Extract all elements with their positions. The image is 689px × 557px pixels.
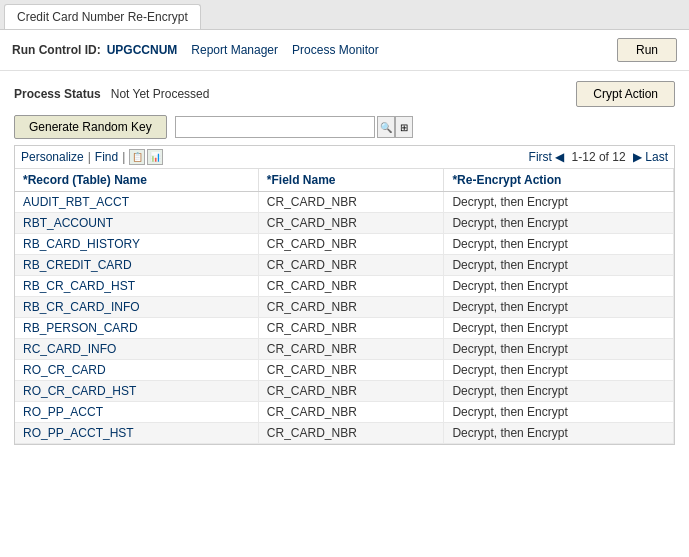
action-cell: Decrypt, then Encrypt [444, 381, 674, 402]
nav-separator: | [88, 150, 91, 164]
prev-icon[interactable]: ◀ [555, 150, 564, 164]
field-name-cell: CR_CARD_NBR [258, 192, 444, 213]
action-cell: Decrypt, then Encrypt [444, 276, 674, 297]
field-name-cell: CR_CARD_NBR [258, 276, 444, 297]
grid-wrapper: Personalize | Find | 📋 📊 First ◀ 1-12 of… [14, 145, 675, 445]
field-name-cell: CR_CARD_NBR [258, 381, 444, 402]
main-content: Process Status Not Yet Processed Crypt A… [0, 71, 689, 455]
record-name-cell: RO_CR_CARD [15, 360, 258, 381]
first-link[interactable]: First [529, 150, 552, 164]
col-header-record: *Record (Table) Name [15, 169, 258, 192]
record-name-cell: AUDIT_RBT_ACCT [15, 192, 258, 213]
expand-icon[interactable]: ⊞ [395, 116, 413, 138]
second-row: Generate Random Key 🔍 ⊞ [14, 115, 675, 139]
action-cell: Decrypt, then Encrypt [444, 423, 674, 444]
field-name-cell: CR_CARD_NBR [258, 255, 444, 276]
grid-nav-bar: Personalize | Find | 📋 📊 First ◀ 1-12 of… [15, 146, 674, 169]
nav-info: First ◀ 1-12 of 12 ▶ Last [529, 150, 668, 164]
grid-icon-1[interactable]: 📋 [129, 149, 145, 165]
record-name-cell: RB_CARD_HISTORY [15, 234, 258, 255]
table-row: RO_PP_ACCT_HSTCR_CARD_NBRDecrypt, then E… [15, 423, 674, 444]
col-header-field: *Field Name [258, 169, 444, 192]
action-cell: Decrypt, then Encrypt [444, 297, 674, 318]
field-name-cell: CR_CARD_NBR [258, 213, 444, 234]
table-row: RB_PERSON_CARDCR_CARD_NBRDecrypt, then E… [15, 318, 674, 339]
key-input[interactable] [175, 116, 375, 138]
table-row: RB_CR_CARD_HSTCR_CARD_NBRDecrypt, then E… [15, 276, 674, 297]
process-status-label: Process Status [14, 87, 101, 101]
last-link[interactable]: Last [645, 150, 668, 164]
process-status-value: Not Yet Processed [111, 87, 210, 101]
run-control-value[interactable]: UPGCCNUM [107, 43, 178, 57]
table-row: RB_CR_CARD_INFOCR_CARD_NBRDecrypt, then … [15, 297, 674, 318]
action-cell: Decrypt, then Encrypt [444, 213, 674, 234]
records-table: *Record (Table) Name *Field Name *Re-Enc… [15, 169, 674, 444]
toolbar: Run Control ID: UPGCCNUM Report Manager … [0, 30, 689, 71]
grid-icon-2[interactable]: 📊 [147, 149, 163, 165]
field-name-cell: CR_CARD_NBR [258, 402, 444, 423]
field-name-cell: CR_CARD_NBR [258, 234, 444, 255]
field-name-cell: CR_CARD_NBR [258, 297, 444, 318]
table-row: RB_CARD_HISTORYCR_CARD_NBRDecrypt, then … [15, 234, 674, 255]
col-header-action: *Re-Encrypt Action [444, 169, 674, 192]
table-row: RBT_ACCOUNTCR_CARD_NBRDecrypt, then Encr… [15, 213, 674, 234]
field-name-cell: CR_CARD_NBR [258, 423, 444, 444]
field-name-cell: CR_CARD_NBR [258, 318, 444, 339]
record-name-cell: RB_CR_CARD_INFO [15, 297, 258, 318]
range-text: 1-12 of 12 [572, 150, 626, 164]
record-name-cell: RO_PP_ACCT_HST [15, 423, 258, 444]
action-cell: Decrypt, then Encrypt [444, 360, 674, 381]
action-cell: Decrypt, then Encrypt [444, 255, 674, 276]
run-control-label: Run Control ID: [12, 43, 101, 57]
crypt-action-button[interactable]: Crypt Action [576, 81, 675, 107]
action-cell: Decrypt, then Encrypt [444, 234, 674, 255]
top-row: Process Status Not Yet Processed Crypt A… [14, 81, 675, 107]
lookup-icon[interactable]: 🔍 [377, 116, 395, 138]
action-cell: Decrypt, then Encrypt [444, 192, 674, 213]
process-monitor-link[interactable]: Process Monitor [292, 43, 379, 57]
record-name-cell: RB_CR_CARD_HST [15, 276, 258, 297]
field-name-cell: CR_CARD_NBR [258, 360, 444, 381]
table-row: RB_CREDIT_CARDCR_CARD_NBRDecrypt, then E… [15, 255, 674, 276]
tab-label: Credit Card Number Re-Encrypt [17, 10, 188, 24]
record-name-cell: RO_PP_ACCT [15, 402, 258, 423]
record-name-cell: RB_PERSON_CARD [15, 318, 258, 339]
table-header-row: *Record (Table) Name *Field Name *Re-Enc… [15, 169, 674, 192]
action-cell: Decrypt, then Encrypt [444, 339, 674, 360]
report-manager-link[interactable]: Report Manager [191, 43, 278, 57]
generate-random-key-button[interactable]: Generate Random Key [14, 115, 167, 139]
main-tab[interactable]: Credit Card Number Re-Encrypt [4, 4, 201, 29]
table-row: RO_CR_CARD_HSTCR_CARD_NBRDecrypt, then E… [15, 381, 674, 402]
record-name-cell: RO_CR_CARD_HST [15, 381, 258, 402]
record-name-cell: RC_CARD_INFO [15, 339, 258, 360]
nav-separator2: | [122, 150, 125, 164]
table-row: RO_CR_CARDCR_CARD_NBRDecrypt, then Encry… [15, 360, 674, 381]
record-name-cell: RBT_ACCOUNT [15, 213, 258, 234]
field-name-cell: CR_CARD_NBR [258, 339, 444, 360]
tab-bar: Credit Card Number Re-Encrypt [0, 0, 689, 30]
table-row: RC_CARD_INFOCR_CARD_NBRDecrypt, then Enc… [15, 339, 674, 360]
table-row: RO_PP_ACCTCR_CARD_NBRDecrypt, then Encry… [15, 402, 674, 423]
run-button[interactable]: Run [617, 38, 677, 62]
find-link[interactable]: Find [95, 150, 118, 164]
action-cell: Decrypt, then Encrypt [444, 318, 674, 339]
next-icon[interactable]: ▶ [633, 150, 642, 164]
action-cell: Decrypt, then Encrypt [444, 402, 674, 423]
personalize-link[interactable]: Personalize [21, 150, 84, 164]
table-row: AUDIT_RBT_ACCTCR_CARD_NBRDecrypt, then E… [15, 192, 674, 213]
record-name-cell: RB_CREDIT_CARD [15, 255, 258, 276]
